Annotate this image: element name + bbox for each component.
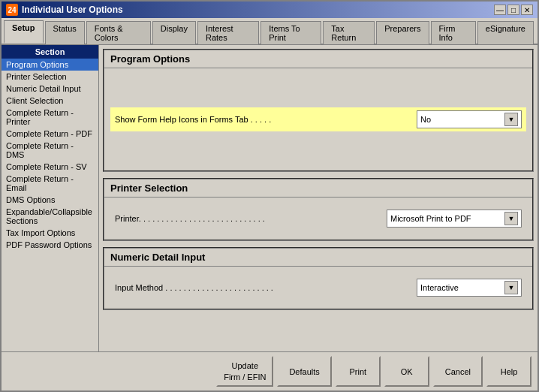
title-buttons: — □ ✕ — [494, 5, 533, 15]
tab-status[interactable]: Status — [45, 21, 85, 44]
tab-esignature[interactable]: eSignature — [477, 21, 534, 44]
program-options-content: Show Form Help Icons in Forms Tab . . . … — [104, 68, 532, 170]
sidebar-item-dms-options[interactable]: DMS Options — [2, 194, 98, 206]
sidebar-item-pdf-password[interactable]: PDF Password Options — [2, 239, 98, 251]
printer-dropdown-btn[interactable]: ▼ — [504, 212, 518, 225]
show-form-help-dropdown-btn[interactable]: ▼ — [504, 113, 518, 126]
sidebar-item-complete-email[interactable]: Complete Return - Email — [2, 173, 98, 194]
input-method-label: Input Method . . . . . . . . . . . . . .… — [115, 283, 417, 292]
program-options-section: Program Options Show Form Help Icons in … — [103, 49, 534, 172]
tab-tax-return[interactable]: Tax Return — [323, 21, 375, 44]
sidebar-item-complete-dms[interactable]: Complete Return - DMS — [2, 140, 98, 161]
input-method-dropdown-btn[interactable]: ▼ — [504, 281, 518, 294]
printer-selection-content: Printer. . . . . . . . . . . . . . . . .… — [104, 198, 532, 240]
app-icon: 24 — [6, 4, 18, 16]
tab-display[interactable]: Display — [152, 21, 196, 44]
update-firm-efin-button[interactable]: Update Firm / EFIN — [216, 356, 273, 387]
printer-selection-title: Printer Selection — [104, 179, 532, 198]
sidebar-item-numeric-detail[interactable]: Numeric Detail Input — [2, 83, 98, 95]
sidebar-item-client-selection[interactable]: Client Selection — [2, 95, 98, 107]
input-method-dropdown-box[interactable]: Interactive ▼ — [417, 279, 522, 297]
cancel-button[interactable]: Cancel — [433, 356, 483, 387]
window-title: Individual User Options — [22, 5, 123, 15]
printer-row: Printer. . . . . . . . . . . . . . . . .… — [110, 207, 526, 231]
ok-button[interactable]: OK — [384, 356, 429, 387]
main-content: Section Program Options Printer Selectio… — [2, 45, 537, 351]
input-method-value: Interactive — [420, 283, 504, 292]
close-button[interactable]: ✕ — [521, 5, 533, 15]
printer-selection-section: Printer Selection Printer. . . . . . . .… — [103, 178, 534, 241]
printer-dropdown: Microsoft Print to PDF ▼ — [387, 210, 522, 228]
input-method-row: Input Method . . . . . . . . . . . . . .… — [110, 276, 526, 300]
show-form-help-value: No — [420, 115, 504, 124]
numeric-detail-section: Numeric Detail Input Input Method . . . … — [103, 247, 534, 310]
show-form-help-row: Show Form Help Icons in Forms Tab . . . … — [110, 107, 526, 131]
printer-label: Printer. . . . . . . . . . . . . . . . .… — [115, 214, 387, 223]
sidebar-item-program-options[interactable]: Program Options — [2, 59, 98, 71]
right-panel: Program Options Show Form Help Icons in … — [99, 45, 537, 351]
numeric-detail-title: Numeric Detail Input — [104, 249, 532, 267]
print-button[interactable]: Print — [336, 356, 381, 387]
show-form-help-dropdown-box[interactable]: No ▼ — [417, 110, 522, 128]
spacer2 — [110, 134, 526, 164]
printer-value: Microsoft Print to PDF — [390, 214, 504, 223]
sidebar-item-complete-printer[interactable]: Complete Return - Printer — [2, 107, 98, 128]
tab-items-to-print[interactable]: Items To Print — [260, 21, 321, 44]
sidebar-item-complete-sv[interactable]: Complete Return - SV — [2, 161, 98, 173]
minimize-button[interactable]: — — [494, 5, 506, 15]
title-bar: 24 Individual User Options — □ ✕ — [2, 2, 537, 18]
printer-dropdown-box[interactable]: Microsoft Print to PDF ▼ — [387, 210, 522, 228]
show-form-help-label: Show Form Help Icons in Forms Tab . . . … — [115, 115, 417, 124]
numeric-detail-content: Input Method . . . . . . . . . . . . . .… — [104, 267, 532, 309]
tab-preparers[interactable]: Preparers — [376, 21, 429, 44]
program-options-title: Program Options — [104, 50, 532, 68]
sidebar-item-expandable[interactable]: Expandable/Collapsible Sections — [2, 206, 98, 227]
tab-bar: Setup Status Fonts & Colors Display Inte… — [2, 18, 537, 45]
tab-interest-rates[interactable]: Interest Rates — [197, 21, 259, 44]
maximize-button[interactable]: □ — [507, 5, 519, 15]
sidebar-item-printer-selection[interactable]: Printer Selection — [2, 71, 98, 83]
tab-fonts-colors[interactable]: Fonts & Colors — [86, 21, 151, 44]
sidebar-item-tax-import[interactable]: Tax Import Options — [2, 227, 98, 239]
tab-firm-info[interactable]: Firm Info — [431, 21, 476, 44]
input-method-dropdown: Interactive ▼ — [417, 279, 522, 297]
window: 24 Individual User Options — □ ✕ Setup S… — [0, 0, 539, 392]
help-button[interactable]: Help — [486, 356, 531, 387]
bottom-bar: Update Firm / EFIN Defaults Print OK Can… — [2, 351, 537, 390]
defaults-button[interactable]: Defaults — [277, 356, 331, 387]
sidebar-header: Section — [2, 45, 98, 59]
title-bar-left: 24 Individual User Options — [6, 4, 123, 16]
spacer — [110, 74, 526, 104]
sidebar: Section Program Options Printer Selectio… — [2, 45, 99, 351]
show-form-help-dropdown: No ▼ — [417, 110, 522, 128]
tab-setup[interactable]: Setup — [4, 20, 44, 44]
sidebar-item-complete-pdf[interactable]: Complete Return - PDF — [2, 128, 98, 140]
